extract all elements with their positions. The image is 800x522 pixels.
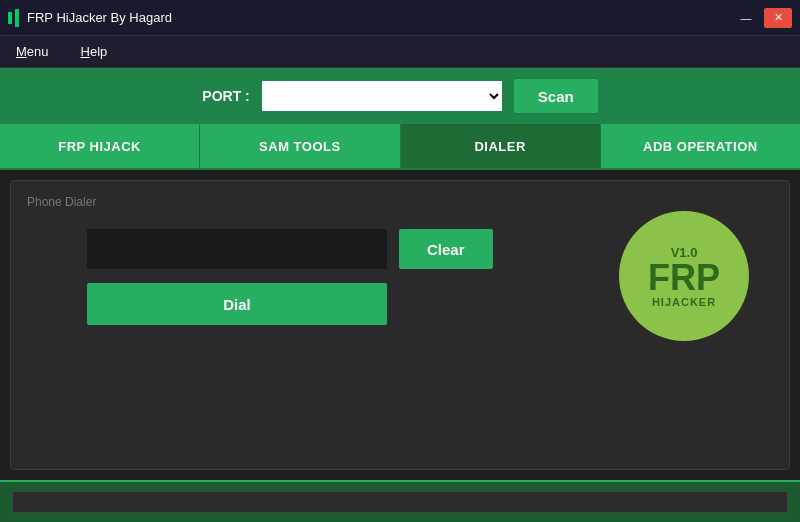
app-window: FRP HiJacker By Hagard — ✕ Menu Help POR… xyxy=(0,0,800,522)
tab-sam-tools-label: SAM TOOLS xyxy=(259,139,341,154)
window-title: FRP HiJacker By Hagard xyxy=(27,10,172,25)
title-bar: FRP HiJacker By Hagard — ✕ xyxy=(0,0,800,36)
tab-dialer-label: DIALER xyxy=(474,139,525,154)
menu-bar: Menu Help xyxy=(0,36,800,68)
tab-adb-operation[interactable]: ADB OPERATION xyxy=(601,124,800,168)
tab-frp-hijack[interactable]: FRP HIJACK xyxy=(0,124,200,168)
port-label: PORT : xyxy=(202,88,249,104)
phone-input[interactable] xyxy=(87,229,387,269)
dialer-panel: Phone Dialer Clear Dial V1.0 FRP HIJACKE… xyxy=(10,180,790,470)
tab-frp-hijack-label: FRP HIJACK xyxy=(58,139,141,154)
frp-hijacker-text: HIJACKER xyxy=(652,296,716,308)
frp-text: FRP xyxy=(648,260,720,296)
close-button[interactable]: ✕ xyxy=(764,8,792,28)
tab-bar: FRP HIJACK SAM TOOLS DIALER ADB OPERATIO… xyxy=(0,124,800,170)
minimize-button[interactable]: — xyxy=(732,8,760,28)
clear-button[interactable]: Clear xyxy=(399,229,493,269)
section-label: Phone Dialer xyxy=(27,195,773,209)
bottom-bar xyxy=(0,480,800,522)
tab-adb-operation-label: ADB OPERATION xyxy=(643,139,758,154)
app-icon xyxy=(8,9,19,27)
tab-sam-tools[interactable]: SAM TOOLS xyxy=(200,124,400,168)
port-bar: PORT : COM1 COM2 COM3 Scan xyxy=(0,68,800,124)
status-bar xyxy=(12,491,788,513)
dial-button[interactable]: Dial xyxy=(87,283,387,325)
scan-button[interactable]: Scan xyxy=(514,79,598,113)
menu-menu-item[interactable]: Menu xyxy=(10,40,55,63)
port-select[interactable]: COM1 COM2 COM3 xyxy=(262,81,502,111)
help-menu-item[interactable]: Help xyxy=(75,40,114,63)
window-controls: — ✕ xyxy=(732,8,792,28)
tab-dialer[interactable]: DIALER xyxy=(401,124,601,168)
title-bar-left: FRP HiJacker By Hagard xyxy=(8,9,172,27)
help-label: Help xyxy=(81,44,108,59)
frp-logo: V1.0 FRP HIJACKER xyxy=(619,211,749,341)
menu-label: Menu xyxy=(16,44,49,59)
main-area: Phone Dialer Clear Dial V1.0 FRP HIJACKE… xyxy=(0,170,800,480)
